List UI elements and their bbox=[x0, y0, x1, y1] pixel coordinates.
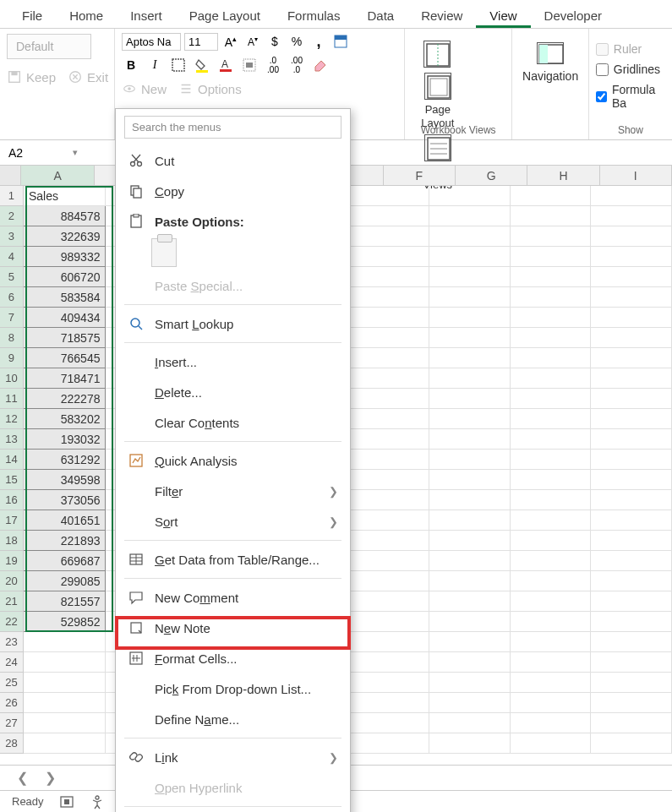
cell[interactable] bbox=[591, 591, 672, 612]
ctx-new-note[interactable]: New Note bbox=[116, 613, 350, 643]
currency-button[interactable]: $ bbox=[265, 32, 284, 51]
dec-decimal-button[interactable]: .00.0 bbox=[287, 56, 306, 74]
macro-icon[interactable] bbox=[59, 795, 74, 809]
cell[interactable] bbox=[511, 328, 592, 348]
tab-review[interactable]: Review bbox=[407, 3, 476, 28]
cell[interactable] bbox=[429, 632, 511, 652]
row-header-10[interactable]: 10 bbox=[0, 368, 24, 389]
cell[interactable] bbox=[591, 510, 672, 531]
cell[interactable] bbox=[348, 287, 429, 308]
increase-font-button[interactable]: A▴ bbox=[221, 32, 240, 51]
row-header-14[interactable]: 14 bbox=[0, 450, 24, 470]
col-header-I[interactable]: I bbox=[600, 166, 672, 185]
font-color-button[interactable]: A bbox=[216, 56, 235, 74]
cell[interactable] bbox=[348, 450, 429, 470]
ctx-delete[interactable]: Delete... bbox=[116, 377, 350, 407]
cell[interactable] bbox=[429, 450, 511, 470]
cell[interactable] bbox=[591, 551, 672, 571]
default-view-box[interactable]: Default bbox=[7, 34, 91, 59]
row-header-6[interactable]: 6 bbox=[0, 287, 24, 308]
cell[interactable] bbox=[429, 571, 511, 591]
cell-A3[interactable]: 322639 bbox=[24, 226, 107, 247]
cell[interactable] bbox=[348, 510, 429, 531]
cell-A16[interactable]: 373056 bbox=[24, 490, 107, 510]
cell[interactable] bbox=[348, 713, 429, 733]
cell[interactable] bbox=[348, 693, 429, 713]
cell-A15[interactable]: 349598 bbox=[24, 470, 107, 490]
cell[interactable] bbox=[429, 206, 511, 226]
row-header-16[interactable]: 16 bbox=[0, 490, 24, 510]
bold-button[interactable]: B bbox=[122, 56, 140, 74]
cell[interactable] bbox=[511, 510, 592, 531]
cell[interactable] bbox=[429, 652, 511, 673]
cell[interactable] bbox=[429, 612, 511, 632]
cell-A20[interactable]: 299085 bbox=[24, 571, 107, 591]
ctx-format-cells[interactable]: Format Cells... bbox=[116, 643, 350, 673]
cell[interactable] bbox=[511, 389, 592, 409]
cell[interactable] bbox=[348, 490, 429, 510]
clear-format-button[interactable] bbox=[311, 56, 330, 74]
cell[interactable] bbox=[429, 531, 511, 551]
ctx-copy[interactable]: Copy bbox=[116, 176, 350, 206]
cell[interactable] bbox=[511, 551, 592, 571]
cell[interactable] bbox=[511, 429, 592, 450]
cell[interactable] bbox=[348, 206, 429, 226]
cell[interactable] bbox=[348, 673, 429, 693]
ctx-cut[interactable]: Cut bbox=[116, 145, 350, 176]
cell-A10[interactable]: 718471 bbox=[24, 368, 107, 389]
cell[interactable] bbox=[591, 470, 672, 490]
cell[interactable] bbox=[591, 571, 672, 591]
cell[interactable] bbox=[511, 226, 592, 247]
cell[interactable] bbox=[348, 308, 429, 328]
row-header-24[interactable]: 24 bbox=[0, 652, 24, 673]
fill-color-button[interactable] bbox=[193, 56, 211, 74]
cell[interactable] bbox=[429, 551, 511, 571]
name-box[interactable] bbox=[0, 143, 68, 163]
cell[interactable] bbox=[591, 226, 672, 247]
cell[interactable] bbox=[429, 693, 511, 713]
cell[interactable] bbox=[511, 531, 592, 551]
row-header-25[interactable]: 25 bbox=[0, 673, 24, 693]
cell[interactable] bbox=[511, 612, 592, 632]
cell[interactable] bbox=[511, 591, 592, 612]
cell[interactable] bbox=[591, 450, 672, 470]
cell[interactable] bbox=[511, 673, 592, 693]
cell[interactable] bbox=[429, 267, 511, 287]
cell-A28[interactable] bbox=[24, 733, 107, 754]
cell[interactable] bbox=[591, 389, 672, 409]
tab-developer[interactable]: Developer bbox=[531, 3, 615, 28]
cell[interactable] bbox=[348, 226, 429, 247]
row-header-20[interactable]: 20 bbox=[0, 571, 24, 591]
cell[interactable] bbox=[348, 591, 429, 612]
page-break-preview-button[interactable] bbox=[412, 41, 462, 68]
row-header-23[interactable]: 23 bbox=[0, 632, 24, 652]
cell[interactable] bbox=[348, 733, 429, 754]
ctx-get-data[interactable]: Get Data from Table/Range... bbox=[116, 544, 350, 575]
ctx-define-name[interactable]: Define Name... bbox=[116, 704, 350, 734]
ctx-smart-lookup[interactable]: Smart Lookup bbox=[116, 308, 350, 339]
row-header-19[interactable]: 19 bbox=[0, 551, 24, 571]
cell[interactable] bbox=[429, 186, 511, 206]
cell-A23[interactable] bbox=[24, 632, 107, 652]
cell[interactable] bbox=[511, 713, 592, 733]
cell[interactable] bbox=[429, 490, 511, 510]
border-button[interactable] bbox=[169, 56, 188, 74]
cell[interactable] bbox=[591, 247, 672, 267]
ctx-new-comment[interactable]: New Comment bbox=[116, 582, 350, 613]
ctx-clear[interactable]: Clear Contents bbox=[116, 407, 350, 438]
cell-A6[interactable]: 583584 bbox=[24, 287, 107, 308]
row-header-27[interactable]: 27 bbox=[0, 713, 24, 733]
cell[interactable] bbox=[511, 450, 592, 470]
cell-A25[interactable] bbox=[24, 673, 107, 693]
cell-A9[interactable]: 766545 bbox=[24, 348, 107, 368]
cell[interactable] bbox=[429, 226, 511, 247]
row-header-8[interactable]: 8 bbox=[0, 328, 24, 348]
cell[interactable] bbox=[348, 389, 429, 409]
cell[interactable] bbox=[511, 693, 592, 713]
cell-A1[interactable]: Sales Amount bbox=[24, 186, 107, 206]
cell[interactable] bbox=[511, 409, 592, 429]
cell-A22[interactable]: 529852 bbox=[24, 612, 107, 632]
cell[interactable] bbox=[591, 673, 672, 693]
row-header-5[interactable]: 5 bbox=[0, 267, 24, 287]
cell[interactable] bbox=[429, 510, 511, 531]
